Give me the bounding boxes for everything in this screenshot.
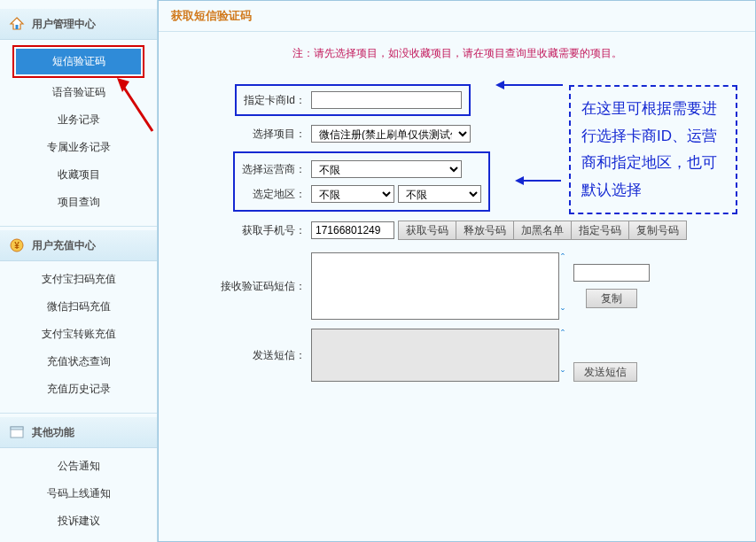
label-region: 选定地区： bbox=[242, 187, 311, 202]
label-send-sms: 发送短信： bbox=[178, 348, 311, 363]
svg-text:¥: ¥ bbox=[14, 241, 19, 251]
sidebar-section-recharge: ¥ 用户充值中心 bbox=[0, 230, 157, 261]
label-project: 选择项目： bbox=[178, 127, 311, 142]
label-card-id: 指定卡商Id： bbox=[244, 93, 311, 108]
sidebar-item-number-online[interactable]: 号码上线通知 bbox=[14, 481, 143, 507]
sidebar-item-voice-code[interactable]: 语音验证码 bbox=[14, 80, 143, 105]
sidebar-item-invite-reward[interactable]: 邀请奖励活动 bbox=[14, 536, 143, 542]
sidebar-items-user-mgmt: 短信验证码 语音验证码 业务记录 专属业务记录 收藏项目 项目查询 bbox=[0, 40, 157, 226]
copy-number-button[interactable]: 复制号码 bbox=[629, 221, 687, 240]
sidebar-item-wechat-scan[interactable]: 微信扫码充值 bbox=[14, 294, 143, 320]
region1-select[interactable]: 不限 bbox=[311, 185, 394, 203]
card-id-input[interactable] bbox=[311, 91, 462, 109]
label-get-phone: 获取手机号： bbox=[178, 223, 311, 238]
sidebar-items-other: 公告通知 号码上线通知 投诉建议 邀请奖励活动 bbox=[0, 448, 157, 542]
blacklist-button[interactable]: 加黑名单 bbox=[514, 221, 572, 240]
sidebar-items-recharge: 支付宝扫码充值 微信扫码充值 支付宝转账充值 充值状态查询 充值历史记录 bbox=[0, 261, 157, 413]
house-icon bbox=[9, 16, 25, 32]
sidebar-section-title: 其他功能 bbox=[32, 425, 74, 440]
sidebar-item-alipay-scan[interactable]: 支付宝扫码充值 bbox=[14, 267, 143, 292]
get-number-button[interactable]: 获取号码 bbox=[398, 221, 456, 240]
sidebar: 用户管理中心 短信验证码 语音验证码 业务记录 专属业务记录 收藏项目 项目查询… bbox=[0, 0, 158, 542]
phone-input[interactable] bbox=[311, 221, 394, 239]
sidebar-item-recharge-history[interactable]: 充值历史记录 bbox=[14, 376, 143, 402]
copy-button[interactable]: 复制 bbox=[586, 289, 637, 308]
coin-icon: ¥ bbox=[9, 237, 25, 253]
panel-icon bbox=[9, 424, 25, 440]
chevron-up-icon[interactable]: ˆ bbox=[561, 329, 565, 341]
sidebar-item-sms-code[interactable]: 短信验证码 bbox=[12, 45, 144, 78]
chevron-up-icon[interactable]: ˆ bbox=[561, 252, 565, 265]
project-select[interactable]: 微信注册(禁止刷单仅供测试使 bbox=[311, 125, 471, 143]
scroll-indicator[interactable]: ˆ ˇ bbox=[561, 329, 565, 382]
sidebar-section-user-mgmt: 用户管理中心 bbox=[0, 9, 157, 40]
svg-rect-1 bbox=[16, 25, 19, 29]
release-number-button[interactable]: 释放号码 bbox=[456, 221, 514, 240]
sidebar-section-title: 用户管理中心 bbox=[32, 17, 96, 32]
label-carrier: 选择运营商： bbox=[242, 162, 311, 177]
sidebar-section-other: 其他功能 bbox=[0, 417, 157, 448]
scroll-indicator[interactable]: ˆ ˇ bbox=[561, 252, 565, 320]
specify-number-button[interactable]: 指定号码 bbox=[572, 221, 629, 240]
sidebar-item-biz-record[interactable]: 业务记录 bbox=[14, 107, 143, 133]
region2-select[interactable]: 不限 bbox=[398, 185, 481, 203]
sidebar-item-exclusive-record[interactable]: 专属业务记录 bbox=[14, 135, 143, 160]
sidebar-item-sms-code-inner[interactable]: 短信验证码 bbox=[16, 49, 141, 74]
page-title: 获取短信验证码 bbox=[159, 1, 755, 32]
sidebar-item-recharge-status[interactable]: 充值状态查询 bbox=[14, 349, 143, 375]
carrier-select[interactable]: 不限 bbox=[311, 160, 462, 178]
sidebar-item-alipay-transfer[interactable]: 支付宝转账充值 bbox=[14, 321, 143, 347]
sidebar-item-project-query[interactable]: 项目查询 bbox=[14, 190, 143, 215]
send-sms-textarea[interactable] bbox=[311, 329, 559, 382]
send-sms-button[interactable]: 发送短信 bbox=[573, 362, 637, 382]
sidebar-item-announcement[interactable]: 公告通知 bbox=[14, 453, 143, 479]
svg-rect-5 bbox=[11, 427, 23, 430]
copy-text-input[interactable] bbox=[573, 264, 650, 282]
sidebar-section-title: 用户充值中心 bbox=[32, 238, 96, 253]
recv-sms-textarea[interactable] bbox=[311, 252, 559, 320]
note-text: 注：请先选择项目，如没收藏项目，请在项目查询里收藏需要的项目。 bbox=[178, 46, 736, 61]
sidebar-item-complaint[interactable]: 投诉建议 bbox=[14, 508, 143, 534]
label-recv-sms: 接收验证码短信： bbox=[178, 279, 311, 294]
chevron-down-icon[interactable]: ˇ bbox=[561, 307, 565, 320]
annotation-box: 在这里可根据需要进行选择卡商ID、运营商和指定地区，也可默认选择 bbox=[569, 85, 737, 214]
content-area: 注：请先选择项目，如没收藏项目，请在项目查询里收藏需要的项目。 指定卡商Id： … bbox=[159, 32, 755, 399]
main-panel: 获取短信验证码 注：请先选择项目，如没收藏项目，请在项目查询里收藏需要的项目。 … bbox=[158, 0, 756, 542]
chevron-down-icon[interactable]: ˇ bbox=[561, 369, 565, 382]
sidebar-item-favorites[interactable]: 收藏项目 bbox=[14, 162, 143, 188]
